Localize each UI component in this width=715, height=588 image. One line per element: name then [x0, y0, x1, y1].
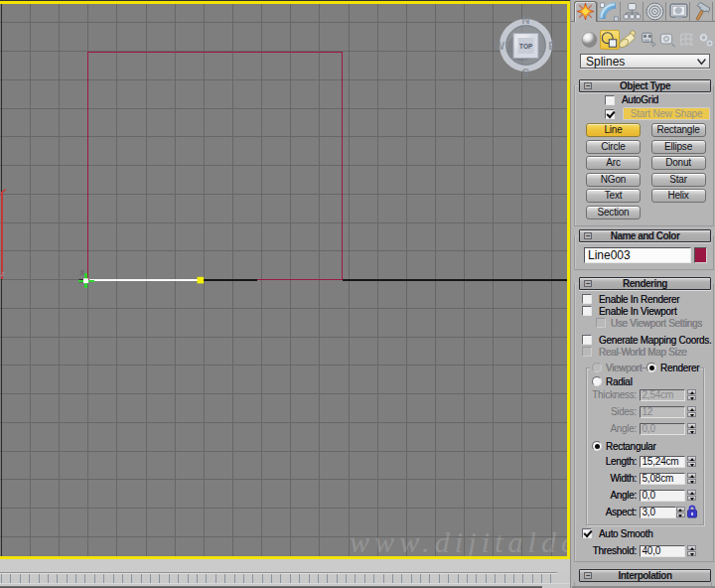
svg-text:TOP: TOP: [519, 43, 533, 50]
svg-text:W: W: [495, 40, 505, 52]
svg-text:E: E: [548, 40, 555, 52]
svg-text:X: X: [80, 269, 85, 276]
svg-text:S: S: [522, 67, 529, 78]
svg-text:N: N: [522, 14, 530, 26]
svg-text:z: z: [0, 270, 5, 277]
